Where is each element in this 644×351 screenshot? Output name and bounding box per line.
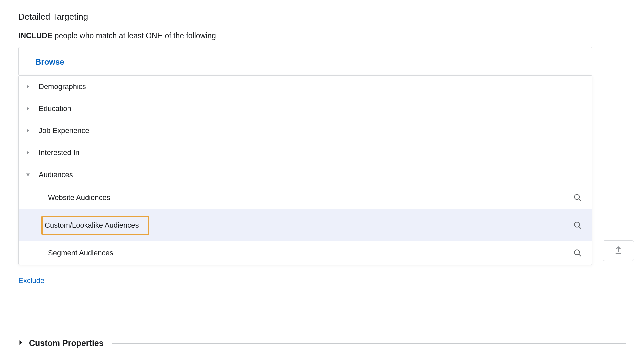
category-label: Demographics [39, 82, 86, 91]
category-label: Interested In [39, 148, 79, 157]
category-education[interactable]: Education [19, 98, 592, 120]
chevron-right-icon [25, 105, 31, 112]
upload-button[interactable] [603, 240, 634, 261]
chevron-right-icon [25, 127, 31, 134]
section-title: Detailed Targeting [18, 12, 626, 22]
svg-rect-6 [616, 253, 621, 254]
category-audiences[interactable]: Audiences [19, 164, 592, 186]
svg-point-0 [574, 194, 579, 199]
audience-website[interactable]: Website Audiences [19, 186, 592, 209]
upload-icon [614, 245, 623, 256]
custom-properties-label: Custom Properties [29, 338, 104, 348]
chevron-down-icon [25, 171, 31, 178]
svg-line-5 [579, 254, 581, 256]
category-demographics[interactable]: Demographics [19, 76, 592, 98]
search-icon [573, 221, 582, 230]
category-interested-in[interactable]: Interested In [19, 142, 592, 164]
sub-label: Custom/Lookalike Audiences [41, 216, 149, 235]
svg-point-2 [574, 222, 579, 227]
exclude-link[interactable]: Exclude [18, 276, 44, 285]
browse-link[interactable]: Browse [35, 57, 64, 66]
category-label: Job Experience [39, 126, 89, 135]
category-job-experience[interactable]: Job Experience [19, 120, 592, 142]
category-label: Audiences [39, 170, 73, 179]
audience-custom-lookalike[interactable]: Custom/Lookalike Audiences [19, 209, 592, 241]
svg-point-4 [574, 250, 579, 255]
targeting-box: Browse [18, 47, 592, 76]
chevron-right-icon [25, 83, 31, 90]
chevron-right-icon [25, 149, 31, 156]
detailed-targeting-section: Detailed Targeting INCLUDE people who ma… [18, 12, 626, 285]
include-bold: INCLUDE [18, 31, 52, 40]
search-icon [573, 193, 582, 202]
chevron-right-icon [18, 340, 24, 346]
custom-properties-section[interactable]: Custom Properties [18, 338, 626, 348]
category-label: Education [39, 104, 71, 113]
sub-label: Segment Audiences [45, 248, 117, 258]
svg-line-3 [579, 226, 581, 229]
browse-header: Browse [19, 47, 592, 75]
svg-line-1 [579, 199, 581, 201]
divider-line [112, 343, 626, 344]
include-rest: people who match at least ONE of the fol… [52, 31, 216, 40]
sub-label: Website Audiences [45, 192, 114, 203]
include-description: INCLUDE people who match at least ONE of… [18, 31, 626, 40]
search-icon [573, 249, 582, 257]
audience-segment[interactable]: Segment Audiences [19, 241, 592, 265]
category-dropdown: Demographics Education Job Experience In… [18, 75, 592, 265]
